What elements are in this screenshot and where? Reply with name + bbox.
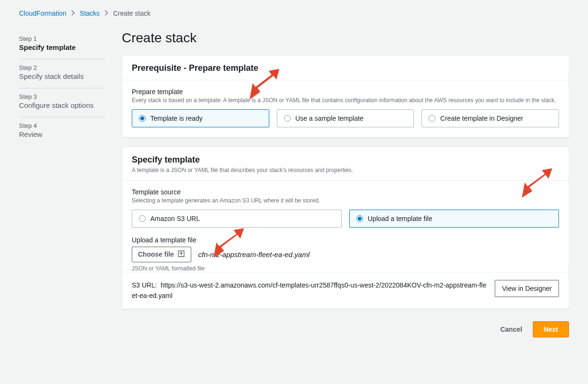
wizard-step-1[interactable]: Step 1 Specify template <box>19 30 105 59</box>
breadcrumb-cloudformation[interactable]: CloudFormation <box>19 10 67 17</box>
step-title: Configure stack options <box>19 101 105 109</box>
radio-icon <box>139 115 146 122</box>
field-description: Selecting a template generates an Amazon… <box>132 197 559 205</box>
step-number: Step 4 <box>19 122 105 129</box>
view-in-designer-button[interactable]: View in Designer <box>495 280 559 297</box>
field-hint: JSON or YAML formatted file <box>132 265 559 272</box>
field-label: Upload a template file <box>132 236 559 244</box>
radio-icon <box>356 215 363 222</box>
choose-file-button[interactable]: Choose file <box>132 247 191 262</box>
breadcrumb: CloudFormation Stacks Create stack <box>19 10 569 17</box>
radio-create-in-designer[interactable]: Create template in Designer <box>421 109 559 127</box>
step-title: Specify stack details <box>19 72 105 80</box>
button-label: Choose file <box>138 250 174 258</box>
wizard-steps: Step 1 Specify template Step 2 Specify s… <box>19 30 105 347</box>
step-number: Step 1 <box>19 35 105 42</box>
step-number: Step 3 <box>19 93 105 100</box>
wizard-step-3[interactable]: Step 3 Configure stack options <box>19 88 105 117</box>
wizard-step-2[interactable]: Step 2 Specify stack details <box>19 59 105 88</box>
radio-label: Use a sample template <box>295 115 363 122</box>
chevron-right-icon <box>105 10 108 17</box>
panel-subtitle: A template is a JSON or YAML file that d… <box>132 167 559 173</box>
main-content: Create stack Prerequisite - Prepare temp… <box>122 30 569 347</box>
radio-icon <box>139 215 146 222</box>
field-description: Every stack is based on a template. A te… <box>132 96 559 105</box>
radio-upload-file[interactable]: Upload a template file <box>349 210 559 228</box>
panel-title: Prerequisite - Prepare template <box>132 63 559 73</box>
breadcrumb-stacks[interactable]: Stacks <box>80 10 100 17</box>
field-label: Template source <box>132 188 559 196</box>
s3-url-display: S3 URL: https://s3-us-west-2.amazonaws.c… <box>132 280 489 301</box>
step-title: Review <box>19 130 105 138</box>
page-title: Create stack <box>122 30 569 46</box>
prepare-template-radio-group: Template is ready Use a sample template … <box>132 109 559 127</box>
radio-s3-url[interactable]: Amazon S3 URL <box>132 210 342 228</box>
radio-template-ready[interactable]: Template is ready <box>132 109 269 127</box>
radio-label: Upload a template file <box>368 215 432 222</box>
panel-specify-template: Specify template A template is a JSON or… <box>122 147 569 309</box>
s3-url-label: S3 URL: <box>132 281 157 289</box>
field-label: Prepare template <box>132 88 559 96</box>
radio-icon <box>284 115 291 122</box>
radio-label: Template is ready <box>150 115 203 122</box>
panel-title: Specify template <box>132 155 559 165</box>
wizard-step-4[interactable]: Step 4 Review <box>19 117 105 146</box>
radio-icon <box>429 115 435 122</box>
cancel-button[interactable]: Cancel <box>496 321 527 337</box>
chevron-right-icon <box>71 10 75 17</box>
s3-url-value: https://s3-us-west-2.amazonaws.com/cf-te… <box>132 281 486 299</box>
template-source-radio-group: Amazon S3 URL Upload a template file <box>132 210 559 228</box>
radio-sample-template[interactable]: Use a sample template <box>277 109 414 127</box>
footer-actions: Cancel Next <box>122 318 569 347</box>
next-button[interactable]: Next <box>533 321 569 337</box>
radio-label: Create template in Designer <box>440 115 523 122</box>
step-title: Specify template <box>19 43 105 51</box>
step-number: Step 2 <box>19 64 105 71</box>
breadcrumb-current: Create stack <box>113 10 151 17</box>
upload-icon <box>177 250 185 259</box>
uploaded-filename: cfn-m2-appstream-fleet-ea-ed.yaml <box>198 250 309 259</box>
radio-label: Amazon S3 URL <box>150 215 200 222</box>
panel-prerequisite: Prerequisite - Prepare template Prepare … <box>122 55 569 137</box>
